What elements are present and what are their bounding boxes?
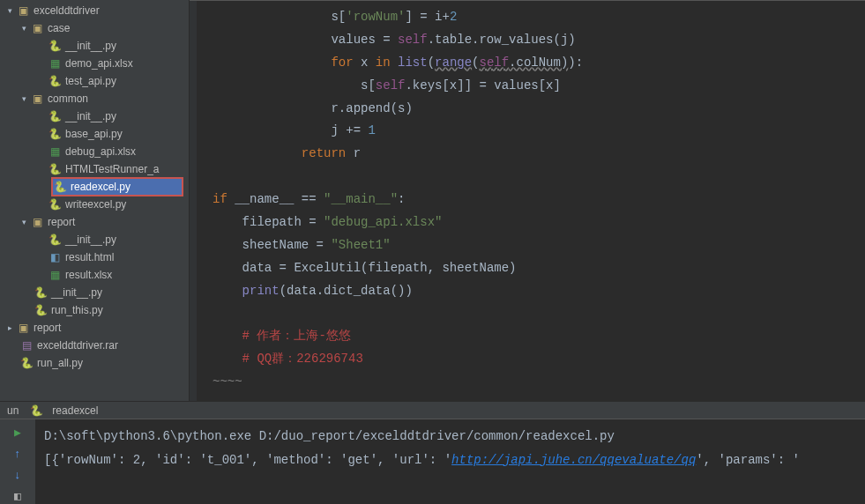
- scroll-down-button[interactable]: ↓: [10, 467, 26, 483]
- tree-file[interactable]: 🐍run_all.py: [0, 354, 189, 372]
- package-icon: ▣: [30, 21, 44, 35]
- folder-icon: ▣: [16, 4, 30, 18]
- console-output[interactable]: D:\soft\python3.6\python.exe D:/duo_repo…: [35, 419, 865, 504]
- chevron-down-icon: ▾: [18, 24, 30, 33]
- python-file-icon: 🐍: [48, 74, 62, 88]
- tree-file[interactable]: 🐍base_api.py: [0, 125, 189, 143]
- tab-run[interactable]: un: [7, 404, 19, 417]
- run-tab-bar[interactable]: un 🐍 readexcel: [0, 401, 865, 419]
- python-file-icon: 🐍: [48, 162, 62, 176]
- run-console: ▶ ↑ ↓ ◧ D:\soft\python3.6\python.exe D:/…: [0, 419, 865, 504]
- tree-file[interactable]: 🐍test_api.py: [0, 72, 189, 90]
- python-file-icon: 🐍: [48, 39, 62, 53]
- code-content[interactable]: s['rowNum'] = i+2 values = self.table.ro…: [213, 6, 865, 394]
- python-file-icon: 🐍: [48, 197, 62, 211]
- tree-file[interactable]: 🐍__init__.py: [0, 284, 189, 301]
- tree-file[interactable]: 🐍run_this.py: [0, 301, 189, 319]
- python-file-icon: 🐍: [34, 303, 48, 317]
- python-file-icon: 🐍: [34, 285, 48, 300]
- tree-file[interactable]: ▤excelddtdriver.rar: [0, 337, 189, 354]
- tree-folder-report2[interactable]: ▸ ▣ report: [0, 319, 189, 337]
- tree-file[interactable]: ▦result.xlsx: [0, 266, 189, 284]
- chevron-right-icon: ▸: [4, 323, 16, 332]
- tree-label: excelddtdriver: [34, 4, 100, 17]
- tree-root[interactable]: ▾ ▣ excelddtdriver: [0, 2, 189, 19]
- archive-file-icon: ▤: [19, 338, 34, 352]
- tab-script-name[interactable]: readexcel: [52, 404, 98, 417]
- tree-file[interactable]: 🐍__init__.py: [0, 37, 189, 55]
- rerun-button[interactable]: ▶: [10, 425, 26, 441]
- project-tree[interactable]: ▾ ▣ excelddtdriver ▾ ▣ case 🐍__init__.py…: [0, 0, 190, 401]
- tree-folder-common[interactable]: ▾ ▣ common: [0, 90, 189, 107]
- python-file-icon: 🐍: [53, 180, 67, 194]
- python-file-icon: 🐍: [29, 404, 43, 418]
- tree-file[interactable]: ◧result.html: [0, 248, 189, 266]
- console-options-button[interactable]: ◧: [10, 488, 26, 504]
- chevron-down-icon: ▾: [4, 6, 16, 15]
- tree-file[interactable]: 🐍__init__.py: [0, 231, 189, 248]
- console-url[interactable]: http://japi.juhe.cn/qqevaluate/qq: [451, 453, 696, 467]
- tree-file[interactable]: 🐍writeexcel.py: [0, 196, 189, 213]
- html-file-icon: ◧: [48, 250, 62, 264]
- python-file-icon: 🐍: [19, 356, 34, 370]
- code-editor[interactable]: s['rowNum'] = i+2 values = self.table.ro…: [190, 0, 865, 401]
- chevron-down-icon: ▾: [18, 218, 30, 226]
- python-file-icon: 🐍: [48, 109, 62, 123]
- excel-file-icon: ▦: [48, 145, 62, 159]
- console-line: [{'rowNum': 2, 'id': 't_001', 'method': …: [44, 448, 856, 472]
- python-file-icon: 🐍: [48, 233, 62, 247]
- chevron-down-icon: ▾: [18, 94, 30, 103]
- python-file-icon: 🐍: [48, 127, 62, 141]
- console-line: D:\soft\python3.6\python.exe D:/duo_repo…: [44, 425, 856, 448]
- excel-file-icon: ▦: [48, 56, 62, 70]
- tree-file[interactable]: 🐍__init__.py: [0, 107, 189, 125]
- tree-file[interactable]: ▦debug_api.xlsx: [0, 143, 189, 160]
- editor-gutter: [190, 1, 197, 401]
- tree-folder-case[interactable]: ▾ ▣ case: [0, 19, 189, 37]
- tree-file[interactable]: ▦demo_api.xlsx: [0, 55, 189, 72]
- package-icon: ▣: [30, 215, 44, 229]
- excel-file-icon: ▦: [48, 268, 62, 282]
- tree-file-selected[interactable]: 🐍 readexcel.py: [51, 177, 183, 196]
- tree-file[interactable]: 🐍HTMLTestRunner_a: [0, 160, 189, 178]
- scroll-up-button[interactable]: ↑: [10, 446, 26, 462]
- tree-folder-report[interactable]: ▾ ▣ report: [0, 213, 189, 231]
- package-icon: ▣: [30, 92, 44, 106]
- console-toolbar: ▶ ↑ ↓ ◧: [0, 419, 35, 504]
- folder-icon: ▣: [16, 321, 30, 335]
